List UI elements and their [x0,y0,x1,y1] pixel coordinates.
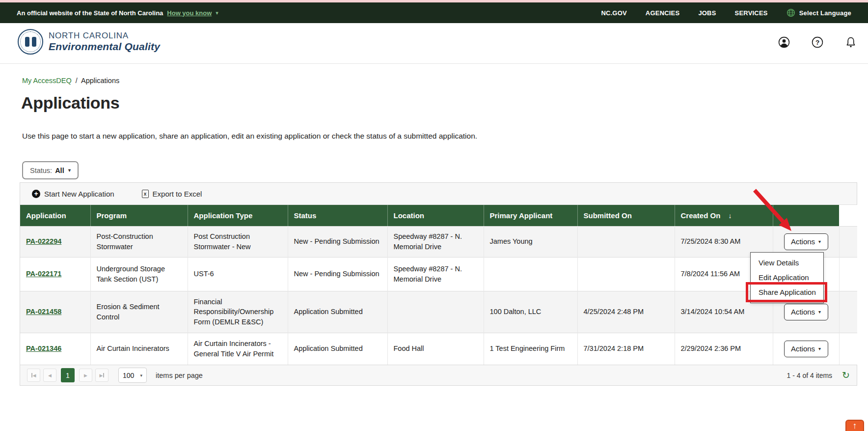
pagination-bar: ◀ ◀ 1 ▶ ▶ 100 ▾ items per page 1 - 4 of … [20,365,857,385]
how-you-know-link[interactable]: How you know [167,9,212,17]
last-page-button[interactable]: ▶ [95,369,108,382]
excel-file-icon: x [142,190,149,198]
up-arrow-icon: ↑ [853,421,857,431]
status-filter-value: All [55,167,64,174]
breadcrumb: My AccessDEQ / Applications [22,77,119,85]
actions-button-label: Actions [791,237,815,246]
col-program[interactable]: Program [90,205,188,226]
application-link[interactable]: PA-022294 [26,237,61,245]
user-account-icon[interactable] [778,36,790,48]
col-status[interactable]: Status [288,205,387,226]
cell-created: 2/29/2024 2:36 PM [675,333,773,365]
export-to-excel-label: Export to Excel [153,190,202,198]
cell-location: Speedway #8287 - N. Memorial Drive [387,226,484,257]
application-link[interactable]: PA-021458 [26,308,61,316]
brand-line1: NORTH CAROLINA [49,31,160,41]
site-header: NORTH CAROLINA Environmental Quality ? [0,23,868,64]
deq-logo[interactable]: NORTH CAROLINA Environmental Quality [18,29,160,55]
chevron-down-icon: ▾ [216,10,218,16]
application-link[interactable]: PA-021346 [26,345,61,352]
select-language-label: Select Language [799,9,851,17]
help-icon[interactable]: ? [812,36,823,48]
col-application[interactable]: Application [20,205,90,226]
cell-type: Post Construction Stormwater - New [188,226,288,257]
chevron-down-icon: ▾ [818,346,821,351]
select-language[interactable]: Select Language [787,8,851,17]
table-row: PA-022294 Post-Construction Stormwater P… [20,226,857,257]
cell-submitted [577,257,675,291]
svg-text:?: ? [815,39,819,46]
nav-jobs[interactable]: JOBS [698,9,716,17]
first-page-button[interactable]: ◀ [27,369,40,382]
cell-applicant: 100 Dalton, LLC [484,291,577,333]
actions-button[interactable]: Actions ▾ [784,304,828,320]
scroll-to-top-button[interactable]: ↑ [845,420,864,431]
menu-item-view-details[interactable]: View Details [751,256,823,270]
col-created-on-label: Created On [681,211,721,220]
breadcrumb-separator: / [76,77,78,85]
nav-ncgov[interactable]: NC.GOV [601,9,626,17]
page-size-select[interactable]: 100 ▾ [118,368,147,383]
col-application-type[interactable]: Application Type [188,205,288,226]
cell-submitted: 7/31/2024 2:18 PM [577,333,675,365]
official-website-text: An official website of the State of Nort… [17,9,163,17]
next-page-button[interactable]: ▶ [79,369,92,382]
page-description: Use this page to start a new application… [22,132,477,141]
previous-page-button[interactable]: ◀ [43,369,56,382]
table-row: PA-022171 Underground Storage Tank Secti… [20,257,857,291]
export-to-excel-button[interactable]: x Export to Excel [142,190,202,198]
cell-program: Erosion & Sediment Control [90,291,188,333]
refresh-icon[interactable]: ↻ [842,371,850,380]
nav-services[interactable]: SERVICES [735,9,768,17]
nav-agencies[interactable]: AGENCIES [646,9,680,17]
table-header-row: Application Program Application Type Sta… [20,205,857,226]
start-new-application-label: Start New Application [44,190,114,198]
col-actions [773,205,839,226]
status-filter-dropdown[interactable]: Status: All ▾ [22,161,79,179]
row-spacer [839,226,857,257]
application-link[interactable]: PA-022171 [26,270,61,278]
menu-item-edit-application[interactable]: Edit Application [751,270,823,285]
items-range-label: 1 - 4 of 4 items [787,372,832,379]
actions-dropdown-menu: View Details Edit Application Share Appl… [750,252,824,303]
chevron-down-icon: ▾ [818,239,821,244]
breadcrumb-current: Applications [81,77,119,85]
header-scrollbar-spacer [839,205,857,226]
chevron-down-icon: ▾ [68,167,71,173]
cell-location: Food Hall [387,333,484,365]
actions-button-label: Actions [791,308,815,316]
cell-type: Financial Responsibility/Ownership Form … [188,291,288,333]
start-new-application-button[interactable]: + Start New Application [32,190,114,198]
current-page-button[interactable]: 1 [61,368,75,382]
cell-program: Air Curtain Incinerators [90,333,188,365]
cell-applicant: James Young [484,226,577,257]
table-row: PA-021458 Erosion & Sediment Control Fin… [20,291,857,333]
actions-button[interactable]: Actions ▾ [784,233,828,250]
col-primary-applicant[interactable]: Primary Applicant [484,205,577,226]
col-submitted-on[interactable]: Submitted On [577,205,675,226]
grid-toolbar: + Start New Application x Export to Exce… [20,183,857,205]
notifications-bell-icon[interactable] [845,36,857,48]
items-per-page-label: items per page [156,372,203,379]
cell-location [387,291,484,333]
table-row: PA-021346 Air Curtain Incinerators Air C… [20,333,857,365]
col-created-on[interactable]: Created On ↓ [675,205,773,226]
chevron-down-icon: ▾ [818,309,821,315]
status-filter-label: Status: [30,167,52,174]
nc-state-seal-icon [18,29,43,55]
menu-item-share-application[interactable]: Share Application [751,285,823,300]
sort-descending-icon: ↓ [729,212,732,220]
breadcrumb-my-accessdeq[interactable]: My AccessDEQ [22,77,72,85]
cell-location: Speedway #8287 - N. Memorial Drive [387,257,484,291]
page: An official website of the State of Nort… [0,0,868,431]
chevron-down-icon: ▾ [140,373,142,378]
globe-icon [787,8,795,17]
actions-button[interactable]: Actions ▾ [784,341,828,357]
cell-applicant [484,257,577,291]
row-spacer [839,333,857,365]
brand-line2: Environmental Quality [49,41,160,53]
col-location[interactable]: Location [387,205,484,226]
cell-submitted: 4/25/2024 2:48 PM [577,291,675,333]
cell-applicant: 1 Test Engineering Firm [484,333,577,365]
applications-table: Application Program Application Type Sta… [20,205,857,365]
